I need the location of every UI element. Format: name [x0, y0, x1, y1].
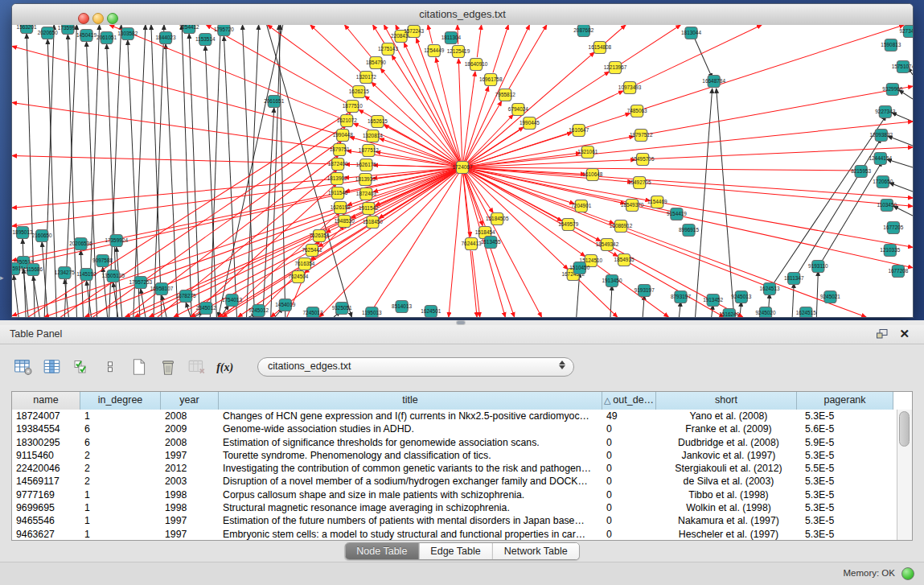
column-header-name[interactable]: name — [12, 392, 80, 410]
table-select-dropdown[interactable]: citations_edges.txt — [257, 357, 574, 377]
graph-node[interactable]: 15751074 — [892, 61, 913, 73]
graph-node[interactable]: 16154808 — [589, 42, 612, 54]
graph-node[interactable]: 1624515 — [796, 307, 816, 318]
table-row[interactable]: 977716911998Corpus callosum shape and si… — [12, 488, 897, 501]
select-attributes-icon[interactable] — [69, 355, 93, 379]
table-row[interactable]: 969969511998Structural magnetic resonanc… — [12, 501, 897, 514]
graph-node[interactable]: 1254449 — [424, 45, 444, 57]
graph-node[interactable]: 2160650 — [32, 230, 52, 242]
network-window-titlebar[interactable]: citations_edges.txt — [12, 4, 913, 26]
graph-node[interactable]: 18640910 — [465, 59, 488, 71]
graph-node[interactable]: 13505135 — [101, 270, 125, 282]
graph-node[interactable]: 16961758 — [479, 74, 503, 86]
graph-node[interactable]: 8793197 — [671, 291, 691, 303]
graph-node[interactable]: 2087682 — [573, 25, 593, 37]
column-header-pagerank[interactable]: pagerank — [797, 392, 893, 410]
network-window[interactable]: citations_edges.txt 17240672208432127514… — [11, 3, 914, 318]
graph-node[interactable]: 9245012 — [248, 305, 269, 317]
function-builder-icon[interactable]: f(x) — [214, 355, 238, 379]
graph-node[interactable]: 15184505 — [486, 213, 509, 225]
graph-node[interactable]: 1990448 — [333, 130, 353, 142]
table-row[interactable]: 1456911722003Disruption of a novel membe… — [12, 475, 897, 488]
table-row[interactable]: 946554611997Estimation of the future num… — [12, 514, 897, 527]
graph-node[interactable]: 1103450 — [877, 200, 897, 212]
network-graph[interactable]: 1724067220843212751431854790132017216262… — [12, 25, 913, 317]
graph-node[interactable]: 1450419 — [76, 30, 97, 42]
graph-node[interactable]: 9154419 — [667, 208, 687, 220]
graph-node[interactable]: 16958107 — [150, 283, 174, 295]
graph-node[interactable]: 1678275 — [176, 290, 196, 303]
table-row[interactable]: 2242004622012Investigating the contribut… — [12, 462, 897, 475]
graph-node[interactable]: 18549370 — [621, 200, 644, 212]
graph-node[interactable]: 1154469 — [647, 196, 667, 208]
graph-node[interactable]: 9227343 — [875, 106, 895, 118]
column-header-in_degree[interactable]: in_degree — [80, 392, 161, 410]
graph-node[interactable]: 1813044 — [681, 27, 701, 39]
table-row[interactable]: 1830029562008Estimation of significance … — [12, 436, 897, 449]
show-columns-icon[interactable] — [40, 355, 64, 379]
graph-node[interactable]: 12444154 — [869, 153, 892, 165]
graph-node[interactable]: 2020650 — [38, 27, 58, 39]
graph-node[interactable]: 1320814 — [363, 130, 383, 142]
table-row[interactable]: 946362711997Embryonic stem cells: a mode… — [12, 528, 897, 540]
graph-node[interactable]: 12213967 — [604, 62, 627, 74]
tab-network-table[interactable]: Network Table — [492, 543, 579, 559]
delete-table-icon[interactable] — [156, 355, 180, 379]
float-panel-icon[interactable] — [876, 328, 889, 343]
graph-node[interactable]: 1621072 — [337, 115, 357, 127]
graph-node[interactable]: 1516240 — [719, 309, 739, 318]
graph-node[interactable]: 15495705 — [631, 154, 655, 166]
graph-node[interactable]: 1895013 — [13, 227, 33, 239]
graph-node[interactable]: 9273410 — [899, 26, 913, 38]
graph-node[interactable]: 1610648 — [582, 169, 602, 181]
graph-node[interactable]: 12125419 — [447, 46, 470, 58]
scrollbar-thumb[interactable] — [899, 411, 910, 447]
graph-node[interactable]: 1610647 — [569, 125, 589, 137]
row-height-icon[interactable] — [98, 355, 122, 379]
graph-node[interactable]: 18797512 — [630, 130, 653, 142]
network-canvas[interactable]: 1724067220843212751431854790132017216262… — [12, 25, 913, 317]
table-row[interactable]: 1938455462009Genome-wide association stu… — [12, 422, 897, 435]
table-row[interactable]: 911546021997Tourette syndrome. Phenomeno… — [12, 449, 897, 462]
graph-node[interactable]: 9245020 — [756, 307, 776, 318]
column-header-out_de[interactable]: △out_de… — [602, 392, 656, 410]
graph-node[interactable]: 1844023 — [156, 32, 176, 44]
graph-node[interactable]: 7624413 — [462, 238, 482, 250]
graph-node[interactable]: 1563201 — [17, 25, 37, 34]
column-header-short[interactable]: short — [656, 392, 797, 410]
new-table-icon[interactable] — [127, 355, 151, 379]
graph-node[interactable]: 1320172 — [356, 72, 376, 84]
column-header-title[interactable]: title — [219, 392, 602, 410]
graph-node[interactable]: 16648784 — [702, 76, 725, 88]
graph-node[interactable]: 8514013 — [392, 301, 412, 313]
graph-node[interactable]: 7245013 — [302, 307, 322, 318]
graph-node[interactable]: 1913452 — [703, 295, 723, 307]
graph-node[interactable]: 16086912 — [610, 220, 633, 233]
graph-node[interactable]: 1454019 — [275, 299, 295, 311]
tab-node-table[interactable]: Node Table — [345, 543, 418, 559]
memory-status-indicator[interactable] — [901, 567, 914, 580]
graph-node[interactable]: 1879751 — [330, 144, 350, 156]
graph-node[interactable]: 6794024 — [508, 104, 528, 116]
graph-node[interactable]: 15492705 — [628, 177, 651, 189]
graph-node[interactable]: 1677208 — [888, 266, 908, 278]
graph-node[interactable]: 9193110 — [808, 261, 828, 273]
graph-node[interactable]: 8215953 — [851, 166, 871, 178]
close-panel-icon[interactable]: ✕ — [899, 327, 910, 341]
graph-node[interactable]: 1626215 — [349, 86, 369, 98]
graph-node[interactable]: 1720650 — [873, 176, 893, 188]
graph-node[interactable]: 1321061 — [577, 146, 598, 159]
table-row[interactable]: 1872400712008Changes of HCN gene express… — [12, 410, 897, 422]
graph-node[interactable]: 12093832 — [869, 130, 893, 142]
graph-node[interactable]: 7485063 — [627, 105, 647, 117]
graph-node[interactable]: 1145190 — [76, 269, 97, 281]
graph-node[interactable]: 1153514 — [195, 34, 216, 46]
graph-node[interactable]: 1210335 — [880, 245, 900, 257]
graph-node[interactable]: 1854790 — [366, 57, 386, 69]
graph-node[interactable]: 9325051 — [332, 303, 352, 315]
graph-node[interactable]: 1677205 — [883, 222, 903, 234]
graph-node[interactable]: 1624501 — [421, 306, 441, 318]
graph-node[interactable]: 1234275 — [55, 267, 75, 279]
graph-node[interactable]: 8996915 — [679, 225, 699, 237]
column-header-year[interactable]: year — [161, 392, 219, 410]
